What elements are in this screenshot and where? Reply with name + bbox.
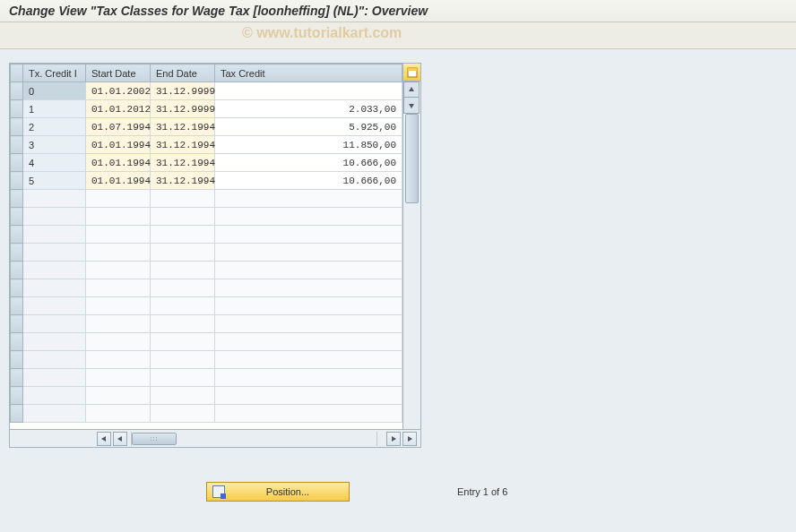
table-row[interactable]: 001.01.200231.12.9999: [11, 82, 402, 100]
cell-startdate[interactable]: 01.01.1994: [86, 136, 151, 154]
cell-enddate[interactable]: 31.12.1994: [151, 172, 215, 190]
row-selector-header[interactable]: [11, 64, 23, 82]
cell-empty[interactable]: [215, 279, 402, 297]
cell-empty[interactable]: [23, 208, 86, 226]
cell-empty[interactable]: [151, 297, 215, 315]
cell-empty[interactable]: [23, 190, 86, 208]
vertical-scroll-thumb[interactable]: [405, 114, 419, 203]
cell-empty[interactable]: [215, 333, 402, 351]
cell-empty[interactable]: [215, 244, 402, 262]
cell-empty[interactable]: [151, 279, 215, 297]
table-row-empty[interactable]: [11, 405, 402, 423]
hscroll-first-button[interactable]: [97, 432, 111, 446]
row-selector[interactable]: [11, 351, 23, 369]
cell-empty[interactable]: [151, 351, 215, 369]
vertical-scroll-track[interactable]: [403, 114, 420, 429]
cell-empty[interactable]: [86, 190, 151, 208]
cell-empty[interactable]: [23, 387, 86, 405]
cell-empty[interactable]: [215, 387, 402, 405]
cell-empty[interactable]: [151, 190, 215, 208]
cell-empty[interactable]: [215, 190, 402, 208]
cell-empty[interactable]: [215, 262, 402, 279]
cell-enddate[interactable]: 31.12.1994: [151, 118, 215, 136]
cell-empty[interactable]: [23, 333, 86, 351]
row-selector[interactable]: [11, 315, 23, 333]
cell-empty[interactable]: [86, 279, 151, 297]
cell-txcredit[interactable]: 0: [23, 82, 86, 100]
cell-empty[interactable]: [151, 333, 215, 351]
cell-taxcredit[interactable]: 2.033,00: [215, 100, 402, 118]
position-button[interactable]: Position...: [206, 482, 350, 502]
row-selector[interactable]: [11, 279, 23, 297]
row-selector[interactable]: [11, 226, 23, 244]
table-row-empty[interactable]: [11, 190, 402, 208]
table-row-empty[interactable]: [11, 279, 402, 297]
table-row-empty[interactable]: [11, 297, 402, 315]
cell-empty[interactable]: [23, 226, 86, 244]
hscroll-last-button[interactable]: [402, 432, 417, 446]
table-row-empty[interactable]: [11, 244, 402, 262]
cell-taxcredit[interactable]: 10.666,00: [215, 172, 402, 190]
cell-empty[interactable]: [86, 297, 151, 315]
row-selector[interactable]: [11, 154, 23, 172]
cell-startdate[interactable]: 01.01.2012: [86, 100, 151, 118]
cell-empty[interactable]: [86, 387, 151, 405]
row-selector[interactable]: [11, 333, 23, 351]
cell-empty[interactable]: [215, 297, 402, 315]
cell-empty[interactable]: [151, 226, 215, 244]
table-row-empty[interactable]: [11, 387, 402, 405]
row-selector[interactable]: [11, 82, 23, 100]
cell-empty[interactable]: [23, 297, 86, 315]
cell-enddate[interactable]: 31.12.1994: [151, 136, 215, 154]
cell-empty[interactable]: [23, 262, 86, 279]
row-selector[interactable]: [11, 136, 23, 154]
row-selector[interactable]: [11, 262, 23, 279]
table-row[interactable]: 201.07.199431.12.19945.925,00: [11, 118, 402, 136]
cell-txcredit[interactable]: 3: [23, 136, 86, 154]
cell-empty[interactable]: [215, 351, 402, 369]
row-selector[interactable]: [11, 118, 23, 136]
row-selector[interactable]: [11, 190, 23, 208]
table-row-empty[interactable]: [11, 369, 402, 387]
select-all-icon[interactable]: [403, 64, 420, 82]
cell-startdate[interactable]: 01.01.1994: [86, 154, 151, 172]
col-header-txcredit[interactable]: Tx. Credit I: [23, 64, 86, 82]
cell-startdate[interactable]: 01.01.2002: [86, 82, 151, 100]
cell-empty[interactable]: [151, 208, 215, 226]
col-header-startdate[interactable]: Start Date: [86, 64, 151, 82]
table-row[interactable]: 101.01.201231.12.99992.033,00: [11, 100, 402, 118]
cell-taxcredit[interactable]: 5.925,00: [215, 118, 402, 136]
row-selector[interactable]: [11, 387, 23, 405]
cell-empty[interactable]: [151, 369, 215, 387]
horizontal-scroll-thumb[interactable]: :::: [132, 433, 177, 445]
cell-startdate[interactable]: 01.01.1994: [86, 172, 151, 190]
table-row-empty[interactable]: [11, 333, 402, 351]
cell-empty[interactable]: [151, 262, 215, 279]
col-header-enddate[interactable]: End Date: [151, 64, 215, 82]
cell-taxcredit[interactable]: [215, 82, 402, 100]
cell-empty[interactable]: [23, 279, 86, 297]
horizontal-scroll-track[interactable]: :::: [131, 432, 377, 446]
col-header-taxcredit[interactable]: Tax Credit: [215, 64, 402, 82]
cell-startdate[interactable]: 01.07.1994: [86, 118, 151, 136]
cell-empty[interactable]: [86, 244, 151, 262]
table-row-empty[interactable]: [11, 208, 402, 226]
cell-empty[interactable]: [215, 226, 402, 244]
cell-empty[interactable]: [215, 315, 402, 333]
cell-empty[interactable]: [86, 405, 151, 423]
table-row-empty[interactable]: [11, 315, 402, 333]
hscroll-right-button[interactable]: [386, 432, 401, 446]
table-row[interactable]: 301.01.199431.12.199411.850,00: [11, 136, 402, 154]
cell-taxcredit[interactable]: 11.850,00: [215, 136, 402, 154]
table-row-empty[interactable]: [11, 262, 402, 279]
scroll-up-button[interactable]: [403, 82, 420, 98]
cell-empty[interactable]: [23, 315, 86, 333]
cell-empty[interactable]: [23, 244, 86, 262]
cell-empty[interactable]: [23, 351, 86, 369]
row-selector[interactable]: [11, 208, 23, 226]
cell-txcredit[interactable]: 1: [23, 100, 86, 118]
cell-empty[interactable]: [151, 387, 215, 405]
cell-enddate[interactable]: 31.12.9999: [151, 82, 215, 100]
cell-enddate[interactable]: 31.12.1994: [151, 154, 215, 172]
cell-empty[interactable]: [86, 369, 151, 387]
